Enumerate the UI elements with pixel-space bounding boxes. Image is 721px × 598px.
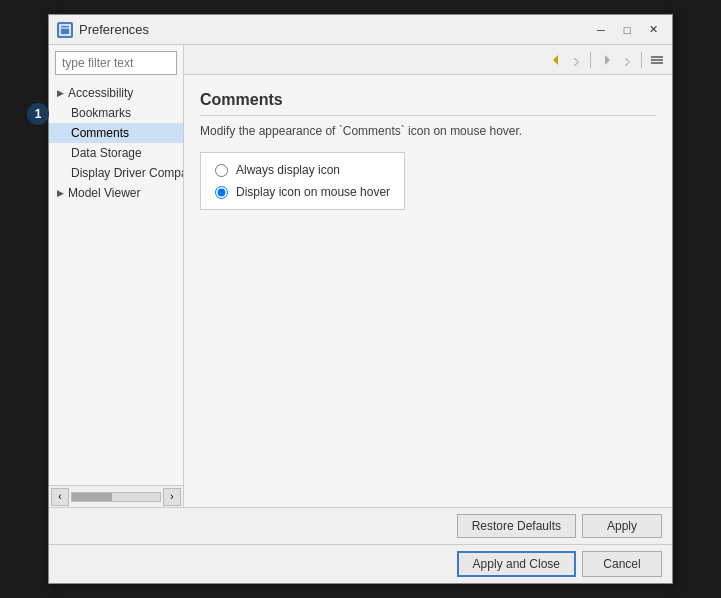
sidebar-item-label: Data Storage bbox=[71, 146, 142, 160]
main-content: Comments Modify the appearance of `Comme… bbox=[184, 45, 672, 507]
scroll-left-button[interactable]: ‹ bbox=[51, 488, 69, 506]
sidebar-footer: ‹ › bbox=[49, 485, 183, 507]
apply-and-close-button[interactable]: Apply and Close bbox=[457, 551, 576, 577]
radio-always-display-label: Always display icon bbox=[236, 163, 340, 177]
restore-defaults-button[interactable]: Restore Defaults bbox=[457, 514, 576, 538]
section-title: Comments bbox=[200, 91, 656, 116]
menu-button[interactable] bbox=[648, 52, 666, 68]
sidebar-item-label: Model Viewer bbox=[68, 186, 140, 200]
radio-mouse-hover-input[interactable] bbox=[215, 186, 228, 199]
dropdown-back-button[interactable] bbox=[570, 51, 584, 69]
toolbar-separator bbox=[590, 52, 591, 68]
title-bar: Preferences ─ □ ✕ bbox=[49, 15, 672, 45]
radio-mouse-hover-label: Display icon on mouse hover bbox=[236, 185, 390, 199]
cancel-button[interactable]: Cancel bbox=[582, 551, 662, 577]
footer-actions: Restore Defaults Apply Apply and Close C… bbox=[49, 507, 672, 583]
footer-row-apply: Restore Defaults Apply bbox=[49, 508, 672, 545]
dropdown-forward-button[interactable] bbox=[621, 51, 635, 69]
svg-marker-4 bbox=[605, 55, 610, 65]
maximize-button[interactable]: □ bbox=[616, 20, 638, 40]
sidebar-item-label: Display Driver Compa bbox=[71, 166, 183, 180]
sidebar-item-accessibility[interactable]: ▶ Accessibility bbox=[49, 83, 183, 103]
toolbar-separator2 bbox=[641, 52, 642, 68]
back-button[interactable] bbox=[546, 51, 566, 69]
apply-button[interactable]: Apply bbox=[582, 514, 662, 538]
window-title: Preferences bbox=[79, 22, 590, 37]
sidebar: ▶ Accessibility Bookmarks Comments Data … bbox=[49, 45, 184, 507]
footer-row-close: Apply and Close Cancel bbox=[49, 545, 672, 583]
filter-input[interactable] bbox=[55, 51, 177, 75]
sidebar-item-comments[interactable]: Comments bbox=[49, 123, 183, 143]
window-body: ▶ Accessibility Bookmarks Comments Data … bbox=[49, 45, 672, 507]
window-controls: ─ □ ✕ bbox=[590, 20, 664, 40]
sidebar-item-data-storage[interactable]: Data Storage bbox=[49, 143, 183, 163]
svg-marker-2 bbox=[553, 55, 558, 65]
preferences-window: 1 Preferences ─ □ ✕ ▶ Accessibility bbox=[48, 14, 673, 584]
svg-marker-3 bbox=[574, 58, 579, 66]
options-box: Always display icon Display icon on mous… bbox=[200, 152, 405, 210]
sidebar-item-bookmarks[interactable]: Bookmarks bbox=[49, 103, 183, 123]
sidebar-item-label: Comments bbox=[71, 126, 129, 140]
svg-rect-0 bbox=[60, 25, 70, 35]
scroll-right-button[interactable]: › bbox=[163, 488, 181, 506]
sidebar-item-model-viewer[interactable]: ▶ Model Viewer bbox=[49, 183, 183, 203]
expand-arrow-icon: ▶ bbox=[57, 88, 64, 98]
content-area: Comments Modify the appearance of `Comme… bbox=[184, 75, 672, 507]
expand-arrow-icon: ▶ bbox=[57, 188, 64, 198]
scroll-thumb bbox=[72, 493, 112, 501]
radio-always-display[interactable]: Always display icon bbox=[215, 163, 390, 177]
forward-button[interactable] bbox=[597, 51, 617, 69]
close-button[interactable]: ✕ bbox=[642, 20, 664, 40]
nav-list: ▶ Accessibility Bookmarks Comments Data … bbox=[49, 81, 183, 485]
scroll-track bbox=[71, 492, 161, 502]
sidebar-item-label: Accessibility bbox=[68, 86, 133, 100]
annotation-badge: 1 bbox=[27, 103, 49, 125]
section-description: Modify the appearance of `Comments` icon… bbox=[200, 124, 656, 138]
radio-mouse-hover[interactable]: Display icon on mouse hover bbox=[215, 185, 390, 199]
app-icon bbox=[57, 22, 73, 38]
main-toolbar bbox=[184, 45, 672, 75]
minimize-button[interactable]: ─ bbox=[590, 20, 612, 40]
radio-always-display-input[interactable] bbox=[215, 164, 228, 177]
sidebar-item-display-driver[interactable]: Display Driver Compa bbox=[49, 163, 183, 183]
sidebar-item-label: Bookmarks bbox=[71, 106, 131, 120]
svg-marker-5 bbox=[625, 58, 630, 66]
